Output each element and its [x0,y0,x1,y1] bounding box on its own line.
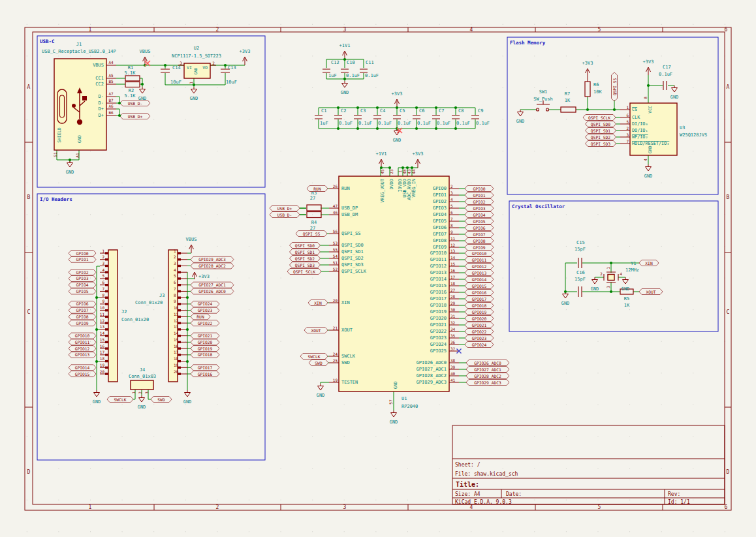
global-label[interactable]: GPIO12 [465,264,494,269]
gnd-symbol[interactable] [140,87,146,93]
global-label[interactable]: SWCLK [107,397,133,403]
global-label[interactable]: GPIO6 [465,225,494,231]
push-switch-sw1[interactable] [537,100,550,111]
global-label[interactable]: GPIO4 [69,282,96,288]
global-label[interactable]: GPIO17 [465,296,494,302]
global-label[interactable]: GPIO16 [191,371,219,377]
global-label[interactable]: GPIO15 [465,283,494,289]
global-label[interactable]: GPIO24 [465,342,494,348]
global-label[interactable]: GPIO22 [191,320,219,326]
global-label[interactable]: GPIO6 [69,301,96,307]
global-label[interactable]: GPIO11 [69,339,96,345]
global-label[interactable]: GPIO27_ADC1 [466,367,509,373]
global-label[interactable]: GPIO13 [69,352,96,358]
gnd-symbol[interactable] [646,164,652,171]
gnd-symbol[interactable] [67,161,73,167]
global-label[interactable]: GPIO28_ADC2 [466,373,509,379]
global-label[interactable]: GPIO9 [69,320,96,326]
global-label[interactable]: XIN [308,300,328,306]
global-label[interactable]: QSPI_SD3 [586,141,616,147]
global-label[interactable]: GPIO18 [465,303,494,309]
gnd-symbol[interactable] [94,390,100,397]
global-label[interactable]: GPIO21 [191,333,219,339]
global-label[interactable]: QSPI_SD1 [586,128,616,134]
global-label[interactable]: GPIO19 [465,309,494,315]
global-label[interactable]: USB_D+ [120,114,150,119]
global-label[interactable]: GPIO0 [69,251,96,256]
global-label[interactable]: GPIO10 [465,251,494,256]
global-label[interactable]: GPIO10 [69,333,96,339]
global-label[interactable]: GPIO28_ADC2 [191,263,234,269]
global-label[interactable]: GPIO5 [69,288,96,294]
global-label[interactable]: GPIO20 [465,316,494,322]
global-label[interactable]: GPIO0 [465,186,494,192]
global-label[interactable]: GPIO23 [191,307,219,313]
global-label[interactable]: XOUT [639,289,663,295]
resistor-r3[interactable] [307,205,321,211]
global-label[interactable]: QSPI_SD2 [290,256,321,262]
global-label[interactable]: GPIO19 [191,346,219,352]
resistor-r6[interactable] [585,82,590,97]
global-label[interactable]: GPIO8 [69,314,96,320]
global-label[interactable]: GPIO7 [465,232,494,238]
global-label[interactable]: GPIO7 [69,307,96,313]
global-label[interactable]: USB_D+ [270,206,300,211]
global-label[interactable]: GPIO18 [191,352,219,358]
global-label[interactable]: GPIO24 [191,301,219,307]
gnd-symbol[interactable] [518,110,524,116]
global-label[interactable]: QSPI_SS [296,231,327,237]
global-label[interactable]: XOUT [304,328,328,333]
gnd-symbol[interactable] [342,81,348,87]
gnd-symbol[interactable] [191,87,197,93]
gnd-symbol[interactable] [185,390,191,397]
global-label[interactable]: GPIO17 [191,365,219,371]
global-label[interactable]: GPIO4 [465,212,494,218]
global-label[interactable]: GPIO26_ADC0 [191,288,234,294]
global-label[interactable]: QSPI_SD3 [290,262,321,268]
global-label[interactable]: GPIO1 [465,192,494,198]
connector-j4-body[interactable] [131,380,153,390]
global-label[interactable]: RUN [307,186,328,192]
global-label[interactable]: GPIO11 [465,257,494,263]
global-label[interactable]: QSPI_SD0 [290,243,321,249]
gnd-symbol[interactable] [318,384,324,390]
global-label[interactable]: GPIO22 [465,329,494,335]
global-label[interactable]: QSPI_SD1 [290,249,321,255]
power-flag[interactable] [646,67,651,75]
gnd-symbol[interactable] [672,85,678,92]
global-label[interactable]: GPIO12 [69,346,96,352]
global-label[interactable]: GPIO29_ADC3 [191,256,234,262]
gnd-symbol[interactable] [139,395,145,402]
crystal-y1[interactable] [604,272,618,283]
global-label[interactable]: GPIO26_ADC0 [466,360,509,366]
global-label[interactable]: GPIO16 [465,290,494,296]
resistor-r7[interactable] [561,107,576,112]
global-label[interactable]: GPIO2 [465,199,494,205]
global-label[interactable]: RUN [191,314,210,320]
global-label[interactable]: SWD [309,360,328,366]
global-label[interactable]: QSPI_SS [612,72,618,101]
global-label[interactable]: GPIO20 [191,339,219,345]
gnd-symbol[interactable] [391,410,397,417]
global-label[interactable]: GPIO8 [465,238,494,244]
global-label[interactable]: SWCLK [300,354,328,360]
global-label[interactable]: SWD [151,397,172,403]
global-label[interactable]: GPIO14 [69,365,96,371]
global-label[interactable]: QSPI_SCLK [287,269,321,275]
global-label[interactable]: USB_D- [270,212,300,218]
global-label[interactable]: GPIO27_ADC1 [191,282,234,288]
global-label[interactable]: QSPI_SD0 [586,121,616,127]
global-label[interactable]: GPIO1 [69,256,96,262]
global-label[interactable]: GPIO14 [465,277,494,283]
power-flag[interactable] [416,159,420,168]
global-label[interactable]: GPIO15 [69,371,96,377]
global-label[interactable]: QSPI_SCLK [583,115,616,121]
resistor-r4[interactable] [307,212,321,218]
power-flag[interactable] [193,272,197,279]
gnd-symbol[interactable] [592,277,598,284]
power-flag[interactable] [189,245,194,253]
global-label[interactable]: QSPI_SD2 [586,134,616,140]
global-label[interactable]: GPIO13 [465,270,494,276]
resistor-r2[interactable] [125,82,140,87]
global-label[interactable]: GPIO21 [465,322,494,328]
